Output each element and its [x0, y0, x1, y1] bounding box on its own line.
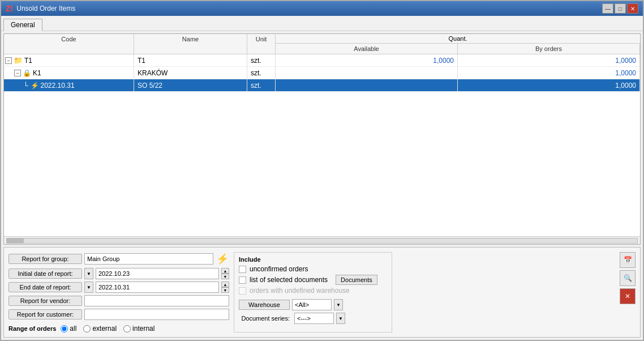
cell-name-t1: T1: [134, 54, 247, 66]
left-controls: Report for group: ⚡ Initial date of repo…: [8, 252, 229, 333]
end-date-dropdown[interactable]: ▼: [84, 282, 93, 293]
warehouse-button[interactable]: Warehouse: [239, 300, 290, 310]
tab-bar: General: [1, 16, 643, 31]
report-group-row: Report for group: ⚡: [8, 252, 229, 266]
radio-all[interactable]: all: [61, 325, 76, 333]
end-date-input[interactable]: [96, 282, 219, 293]
grid-header: Code Name Unit Quant. Available By order…: [4, 34, 640, 54]
radio-external[interactable]: external: [83, 325, 117, 333]
doc-series-dropdown[interactable]: ▼: [336, 313, 345, 324]
include-undefined-wh-row: orders with undefined warehouse: [239, 287, 387, 295]
customer-input[interactable]: [84, 309, 229, 320]
expand-k1[interactable]: −: [14, 70, 21, 76]
cell-code-k1: − 🔒 K1: [4, 67, 134, 79]
grid-body: − 📁 T1 T1 szt. 1,0000 1,0000 − 🔒 K1: [4, 54, 640, 236]
search-button[interactable]: 🔍: [620, 270, 636, 286]
table-row[interactable]: − 📁 T1 T1 szt. 1,0000 1,0000: [4, 54, 640, 67]
cell-available-k1: [276, 67, 458, 79]
vendor-input[interactable]: [84, 295, 229, 306]
range-of-orders-row: Range of orders all external internal: [8, 325, 229, 333]
table-row[interactable]: └ ⚡ 2022.10.31 SO 5/22 szt. 1,0000: [4, 79, 640, 92]
doc-series-input[interactable]: [294, 313, 334, 324]
cell-unit-doc: szt.: [247, 79, 276, 91]
vendor-button[interactable]: Report for vendor:: [8, 296, 82, 306]
cell-code-t1: − 📁 T1: [4, 54, 134, 66]
header-quant: Quant. Available By orders: [276, 34, 640, 54]
header-quant-label: Quant.: [276, 34, 640, 44]
report-group-button[interactable]: Report for group:: [8, 254, 82, 264]
warehouse-input[interactable]: [292, 299, 332, 310]
scrollbar-thumb[interactable]: [7, 238, 24, 243]
header-quant-sub: Available By orders: [276, 44, 640, 54]
label-k1: K1: [33, 69, 41, 77]
header-name: Name: [134, 34, 247, 54]
initial-date-down[interactable]: ▼: [221, 274, 229, 279]
selected-docs-label: list of selected documents: [250, 276, 328, 284]
initial-date-dropdown[interactable]: ▼: [84, 268, 93, 279]
vendor-row: Report for vendor:: [8, 295, 229, 306]
radio-all-input[interactable]: [61, 325, 68, 333]
header-byorders: By orders: [458, 44, 640, 54]
cell-byorders-t1: 1,0000: [458, 54, 640, 66]
search-icon: 🔍: [624, 274, 632, 282]
selected-docs-checkbox[interactable]: [239, 276, 246, 284]
minimize-button[interactable]: —: [602, 3, 613, 14]
initial-date-up[interactable]: ▲: [221, 268, 229, 274]
window-title: Unsold Order Items: [16, 5, 75, 12]
radio-internal-input[interactable]: [123, 325, 131, 333]
expand-t1[interactable]: −: [5, 57, 12, 64]
app-icon: Z!: [6, 4, 13, 13]
include-unconfirmed-row: unconfirmed orders: [239, 265, 387, 273]
scrollbar-track[interactable]: [6, 238, 638, 244]
main-window: Z! Unsold Order Items — □ ✕ General Code…: [0, 0, 644, 341]
end-date-row: End date of report: ▼ ▲ ▼: [8, 282, 229, 293]
close-action-button[interactable]: ✕: [620, 288, 636, 304]
end-date-down[interactable]: ▼: [221, 287, 229, 293]
unconfirmed-checkbox[interactable]: [239, 266, 246, 273]
calendar-button[interactable]: 📅: [620, 252, 636, 268]
cell-byorders-k1: 1,0000: [458, 67, 640, 79]
end-date-button[interactable]: End date of report:: [8, 282, 82, 292]
unconfirmed-label: unconfirmed orders: [250, 265, 308, 273]
customer-button[interactable]: Report for customer:: [8, 309, 82, 319]
title-bar-left: Z! Unsold Order Items: [6, 4, 75, 13]
main-content: Code Name Unit Quant. Available By order…: [1, 31, 643, 340]
maximize-button[interactable]: □: [615, 3, 626, 14]
title-buttons: — □ ✕: [602, 3, 638, 14]
radio-all-label: all: [70, 325, 76, 333]
documents-button[interactable]: Documents: [336, 275, 377, 285]
folder-icon-t1: 📁: [14, 56, 23, 65]
end-date-up[interactable]: ▲: [221, 282, 229, 287]
radio-group: all external internal: [61, 325, 154, 333]
radio-internal[interactable]: internal: [123, 325, 154, 333]
initial-date-input[interactable]: [96, 268, 219, 279]
cell-code-doc: └ ⚡ 2022.10.31: [4, 79, 134, 91]
close-action-icon: ✕: [625, 292, 630, 300]
lightning-button[interactable]: ⚡: [216, 252, 229, 266]
lock-icon-k1: 🔒: [23, 69, 31, 77]
end-date-spinner[interactable]: ▲ ▼: [221, 282, 229, 293]
cell-name-doc: SO 5/22: [134, 79, 247, 91]
initial-date-spinner[interactable]: ▲ ▼: [221, 268, 229, 279]
tab-general[interactable]: General: [3, 19, 42, 31]
warehouse-row: Warehouse ▼: [239, 299, 387, 310]
cell-byorders-doc: 1,0000: [458, 79, 640, 91]
cell-available-t1: 1,0000: [276, 54, 458, 66]
horizontal-scrollbar[interactable]: [4, 236, 640, 244]
range-label: Range of orders: [8, 325, 56, 332]
initial-date-row: Initial date of report: ▼ ▲ ▼: [8, 268, 229, 279]
header-code: Code: [4, 34, 134, 54]
close-button[interactable]: ✕: [627, 3, 638, 14]
group-input[interactable]: [84, 253, 213, 265]
doc-icon: ⚡: [31, 82, 39, 89]
radio-external-input[interactable]: [83, 325, 91, 333]
radio-external-label: external: [92, 325, 117, 333]
cell-name-k1: KRAKÓW: [134, 67, 247, 79]
undefined-wh-checkbox[interactable]: [239, 287, 246, 295]
warehouse-dropdown[interactable]: ▼: [334, 299, 343, 310]
tree-elbow: └: [23, 82, 28, 89]
include-title: Include: [239, 256, 387, 263]
initial-date-button[interactable]: Initial date of report:: [8, 268, 82, 279]
header-unit: Unit: [247, 34, 276, 54]
table-row[interactable]: − 🔒 K1 KRAKÓW szt. 1,0000: [4, 67, 640, 79]
